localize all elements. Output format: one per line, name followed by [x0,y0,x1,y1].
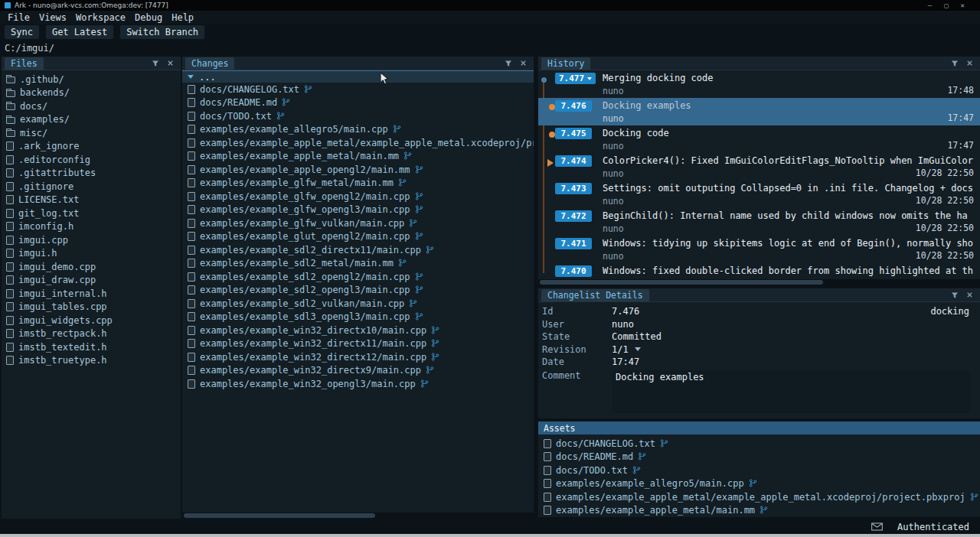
comment-field[interactable]: Docking examples [612,370,971,413]
history-row[interactable]: 7.471Windows: tidying up skipitems logic… [538,236,980,263]
files-panel-title[interactable]: Files [5,57,44,70]
close-panel-icon[interactable] [965,291,974,299]
changeset-badge[interactable]: 7.473 [555,183,592,194]
file-tree-item[interactable]: docs/ [2,99,181,113]
file-tree-item[interactable]: git_log.txt [2,207,181,220]
toolbar-button-get-latest[interactable]: Get Latest [46,25,113,39]
changed-file-row[interactable]: examples/example_win32_directx11/main.cp… [182,337,534,351]
changed-file-row[interactable]: examples/example_glfw_opengl2/main.cpp [182,190,534,203]
changed-file-row[interactable]: examples/example_apple_opengl2/main.mm [182,163,534,177]
changed-file-row[interactable]: examples/example_win32_opengl3/main.cpp [182,377,534,391]
changed-file-row[interactable]: examples/example_win32_directx12/main.cp… [182,350,534,364]
file-tree-item[interactable]: imgui.cpp [2,233,181,247]
changed-file-row[interactable]: docs/CHANGELOG.txt [538,437,980,451]
file-tree-item[interactable]: imstb_textedit.h [2,340,181,354]
changed-file-row[interactable]: examples/example_glfw_vulkan/main.cpp [182,216,534,230]
history-row[interactable]: 7.475Docking codenuno17:47 [538,125,980,153]
history-panel-title[interactable]: History [541,57,590,70]
menu-item-workspace[interactable]: Workspace [71,12,130,23]
file-tree-item[interactable]: .gitattributes [2,167,181,181]
mail-icon[interactable] [871,522,884,531]
close-panel-icon[interactable] [519,59,528,67]
file-tree-item[interactable]: imstb_truetype.h [2,354,181,368]
file-tree-item[interactable]: imgui_draw.cpp [2,274,181,288]
changes-root-node[interactable]: ... [182,70,534,83]
changed-file-row[interactable]: examples/example_apple_metal/main.mm [538,504,980,518]
file-tree-item[interactable]: .github/ [2,73,181,86]
filter-icon[interactable] [151,59,159,67]
close-panel-icon[interactable] [965,59,974,67]
history-row[interactable]: 7.477Merging docking codenuno17:48 [538,70,980,98]
file-tree-item[interactable]: LICENSE.txt [2,194,181,207]
changed-file-row[interactable]: examples/example_glut_opengl2/main.cpp [182,230,534,244]
close-button[interactable]: ✕ [961,0,965,11]
toolbar-button-sync[interactable]: Sync [5,25,39,39]
menu-item-file[interactable]: File [3,12,34,23]
file-tree-item[interactable]: imgui_tables.cpp [2,301,181,314]
changeset-badge[interactable]: 7.471 [555,238,592,249]
file-tree-item[interactable]: misc/ [2,126,181,140]
changed-file-row[interactable]: examples/example_win32_directx10/main.cp… [182,324,534,337]
changeset-badge[interactable]: 7.474 [555,155,592,167]
maximize-button[interactable]: ▢ [944,0,948,11]
history-horizontal-scrollbar[interactable] [538,279,980,285]
changes-horizontal-scrollbar[interactable] [182,513,534,519]
changed-file-row[interactable]: examples/example_win32_directx9/main.cpp [182,364,534,378]
history-row[interactable]: 7.474ColorPicker4(): Fixed ImGuiColorEdi… [538,153,980,181]
toolbar-button-switch-branch[interactable]: Switch Branch [120,25,204,39]
changes-panel-title[interactable]: Changes [185,57,234,70]
menu-item-debug[interactable]: Debug [130,12,167,23]
file-tree-item[interactable]: .editorconfig [2,153,181,167]
dropdown-caret-icon[interactable] [635,347,641,351]
menu-item-views[interactable]: Views [34,12,71,23]
changed-file-row[interactable]: examples/example_allegro5/main.cpp [182,123,534,137]
history-row[interactable]: 7.473Settings: omit outputing Collapsed=… [538,181,980,208]
menu-item-help[interactable]: Help [167,12,198,23]
scrollbar-thumb[interactable] [540,280,823,285]
changed-file-row[interactable]: examples/example_apple_metal/main.mm [182,150,534,164]
changed-file-row[interactable]: examples/example_sdl2_opengl2/main.cpp [182,270,534,284]
changeset-badge[interactable]: 7.476 [555,100,592,112]
filter-icon[interactable] [950,59,959,67]
changed-file-row[interactable]: examples/example_sdl2_directx11/main.cpp [182,243,534,257]
expand-arrow-icon[interactable] [188,75,194,79]
scrollbar-thumb[interactable] [184,513,375,518]
file-tree-item[interactable]: .gitignore [2,180,181,194]
changeset-badge[interactable]: 7.475 [555,128,592,139]
changed-file-row[interactable]: examples/example_sdl2_opengl3/main.cpp [182,284,534,298]
file-tree-item[interactable]: backends/ [2,86,181,100]
history-row[interactable]: 7.472BeginChild(): Internal name used by… [538,208,980,236]
filter-icon[interactable] [950,291,959,299]
changed-file-row[interactable]: docs/README.md [182,96,534,110]
file-tree-item[interactable]: imgui_internal.h [2,287,181,301]
changed-file-row[interactable]: examples/example_glfw_metal/main.mm [182,177,534,190]
changed-file-row[interactable]: examples/example_apple_metal/example_app… [538,490,980,504]
assets-panel-header[interactable]: Assets [538,421,980,434]
minimize-button[interactable]: — [928,0,932,11]
file-tree-item[interactable]: imgui_widgets.cpp [2,314,181,327]
close-panel-icon[interactable] [166,59,175,67]
file-tree-item[interactable]: .ark_ignore [2,140,181,154]
filter-icon[interactable] [504,59,512,67]
changed-file-row[interactable]: examples/example_sdl3_opengl3/main.cpp [182,311,534,324]
changed-file-row[interactable]: docs/README.md [538,451,980,464]
changed-file-row[interactable]: examples/example_glfw_opengl3/main.cpp [182,203,534,217]
changed-file-row[interactable]: examples/example_sdl2_vulkan/main.cpp [182,297,534,311]
changeset-badge[interactable]: 7.477 [555,73,596,84]
history-row[interactable]: 7.476Docking examplesnuno17:47 [538,98,980,125]
file-tree-item[interactable]: imconfig.h [2,220,181,234]
details-panel-title[interactable]: Changelist Details [541,289,649,301]
changed-file-row[interactable]: examples/example_sdl2_metal/main.mm [182,257,534,271]
file-tree-item[interactable]: imgui.h [2,247,181,261]
changed-file-row[interactable]: docs/CHANGELOG.txt [182,83,534,96]
file-tree-item[interactable]: imstb_rectpack.h [2,327,181,341]
history-row[interactable]: 7.470Windows: fixed double-clicked borde… [538,263,980,279]
changeset-badge[interactable]: 7.470 [555,265,592,277]
changed-file-row[interactable]: docs/TODO.txt [182,109,534,123]
file-tree-item[interactable]: examples/ [2,113,181,127]
file-tree-item[interactable]: imgui_demo.cpp [2,260,181,274]
changed-file-row[interactable]: docs/TODO.txt [538,464,980,477]
changed-file-row[interactable]: examples/example_apple_metal/example_app… [182,136,534,150]
changeset-badge[interactable]: 7.472 [555,210,592,222]
changed-file-row[interactable]: examples/example_allegro5/main.cpp [538,477,980,491]
